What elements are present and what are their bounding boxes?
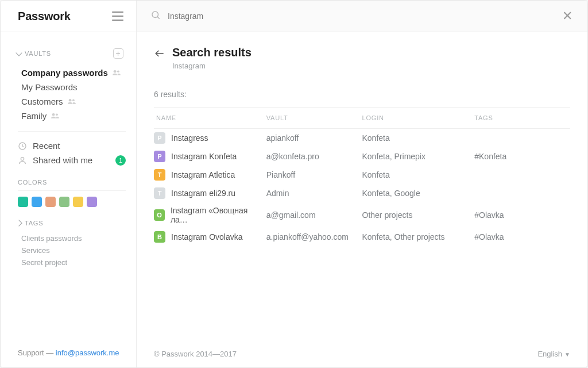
sidebar: Passwork VAULTS + Company passwords	[1, 1, 137, 367]
brand-logo: Passwork	[18, 10, 71, 23]
table-row[interactable]: PInstagressapiankoffKonfeta	[154, 129, 570, 148]
shared-label: Shared with me	[33, 155, 92, 165]
row-login: Konfeta, Primepix	[362, 147, 475, 166]
row-name: Instagram «Овощная ла…	[171, 206, 262, 224]
vault-list: Company passwords My Passwords Customers…	[1, 62, 136, 129]
vaults-label: VAULTS	[25, 50, 51, 57]
row-login: Konfeta, Other projects	[362, 228, 475, 246]
svg-line-9	[157, 17, 160, 19]
recent-link[interactable]: Recent	[18, 139, 128, 153]
color-swatch[interactable]	[59, 197, 69, 207]
row-tags: #Olavka	[474, 202, 570, 228]
row-vault: apiankoff	[266, 129, 362, 148]
sidebar-body: VAULTS + Company passwords My Passwords …	[1, 32, 136, 339]
sidebar-footer: Support — info@passwork.me	[1, 339, 136, 367]
svg-point-3	[72, 99, 75, 101]
tag-item[interactable]: Secret project	[21, 256, 136, 269]
person-icon	[18, 156, 27, 165]
row-name: Instagram Ovolavka	[171, 232, 243, 241]
table-row[interactable]: TInstagram AtleticaPiankoffKonfeta	[154, 166, 570, 184]
row-name: Instagram Konfeta	[171, 152, 237, 161]
svg-point-8	[152, 12, 158, 18]
table-row[interactable]: OInstagram «Овощная ла…a@gmail.comOther …	[154, 202, 570, 228]
main-footer: © Passwork 2014—2017 English▼	[137, 342, 587, 367]
vault-label: Customers	[21, 97, 63, 106]
password-item-icon: P	[154, 151, 165, 162]
shared-icon	[51, 112, 59, 120]
colors-label: COLORS	[1, 167, 136, 189]
shared-count-badge: 1	[115, 155, 126, 166]
tag-list: Clients passwords Services Secret projec…	[1, 230, 136, 273]
shared-icon	[68, 98, 76, 106]
row-vault: Admin	[266, 184, 362, 202]
svg-point-4	[52, 113, 55, 116]
table-row[interactable]: TInstagram eli29.ruAdminKonfeta, Google	[154, 184, 570, 202]
row-login: Konfeta	[362, 166, 475, 184]
shared-with-me-link[interactable]: Shared with me 1	[18, 153, 128, 167]
close-icon[interactable]: ✕	[561, 7, 574, 25]
vault-label: My Passwords	[21, 82, 78, 92]
vault-label: Company passwords	[21, 68, 108, 78]
svg-point-7	[21, 157, 24, 160]
support-prefix: Support —	[18, 348, 56, 357]
search-wrap	[150, 10, 561, 22]
tag-item[interactable]: Services	[21, 244, 136, 256]
vault-item-family[interactable]: Family	[1, 109, 136, 123]
col-header-name[interactable]: NAME	[154, 108, 266, 129]
row-name: Instagram eli29.ru	[171, 189, 235, 198]
password-item-icon: T	[154, 169, 165, 181]
support-email-link[interactable]: info@passwork.me	[56, 348, 119, 357]
color-swatch[interactable]	[87, 197, 97, 207]
main-panel: ✕ Search results Instagram 6 results: NA…	[137, 1, 587, 367]
row-name: Instagram Atletica	[171, 170, 235, 179]
row-login: Konfeta, Google	[362, 184, 475, 202]
add-vault-button[interactable]: +	[113, 48, 123, 59]
vaults-section-header[interactable]: VAULTS +	[1, 32, 136, 62]
row-tags: #Olavka	[474, 228, 570, 246]
search-input[interactable]	[168, 12, 561, 21]
content: Search results Instagram 6 results: NAME…	[137, 32, 587, 342]
svg-point-5	[56, 113, 58, 116]
col-header-tags[interactable]: TAGS	[474, 108, 570, 129]
tag-item[interactable]: Clients passwords	[21, 232, 136, 244]
color-swatch[interactable]	[73, 197, 83, 207]
row-vault: Piankoff	[266, 166, 362, 184]
password-item-icon: P	[154, 132, 165, 144]
row-vault: a@gmail.com	[266, 202, 362, 228]
vault-label: Family	[21, 111, 47, 121]
color-swatch[interactable]	[18, 197, 28, 207]
row-tags: #Konfeta	[474, 147, 570, 166]
row-tags	[474, 184, 570, 202]
row-vault: a@konfeta.pro	[266, 147, 362, 166]
table-row[interactable]: PInstagram Konfetaa@konfeta.proKonfeta, …	[154, 147, 570, 166]
topbar: ✕	[137, 1, 587, 32]
language-label: English	[537, 350, 562, 358]
row-name: Instagress	[171, 133, 208, 143]
search-query-subtitle: Instagram	[172, 62, 570, 70]
back-arrow-icon[interactable]	[154, 48, 164, 58]
copyright: © Passwork 2014—2017	[154, 350, 237, 358]
col-header-login[interactable]: LOGIN	[362, 108, 475, 129]
chevron-right-icon	[16, 220, 22, 226]
vault-item-customers[interactable]: Customers	[1, 94, 136, 109]
col-header-vault[interactable]: VAULT	[266, 108, 362, 129]
password-item-icon: B	[154, 231, 165, 243]
language-selector[interactable]: English▼	[537, 350, 570, 358]
row-vault: a.piankoff@yahoo.com	[266, 228, 362, 246]
table-row[interactable]: BInstagram Ovolavkaa.piankoff@yahoo.comK…	[154, 228, 570, 246]
svg-point-2	[68, 98, 71, 101]
vault-item-my-passwords[interactable]: My Passwords	[1, 80, 136, 94]
row-tags	[474, 129, 570, 148]
color-swatch[interactable]	[32, 197, 42, 207]
app-window: Passwork VAULTS + Company passwords	[0, 0, 588, 368]
menu-icon[interactable]	[112, 12, 123, 21]
clock-icon	[18, 141, 27, 151]
vault-item-company[interactable]: Company passwords	[1, 66, 136, 80]
results-table: NAME VAULT LOGIN TAGS PInstagressapianko…	[154, 107, 570, 246]
search-icon	[150, 10, 161, 22]
tags-section-header[interactable]: TAGS	[1, 207, 136, 230]
color-swatch-row	[18, 190, 126, 207]
results-count: 6 results:	[154, 90, 570, 99]
color-swatch[interactable]	[45, 197, 56, 207]
row-login: Konfeta	[362, 129, 475, 148]
